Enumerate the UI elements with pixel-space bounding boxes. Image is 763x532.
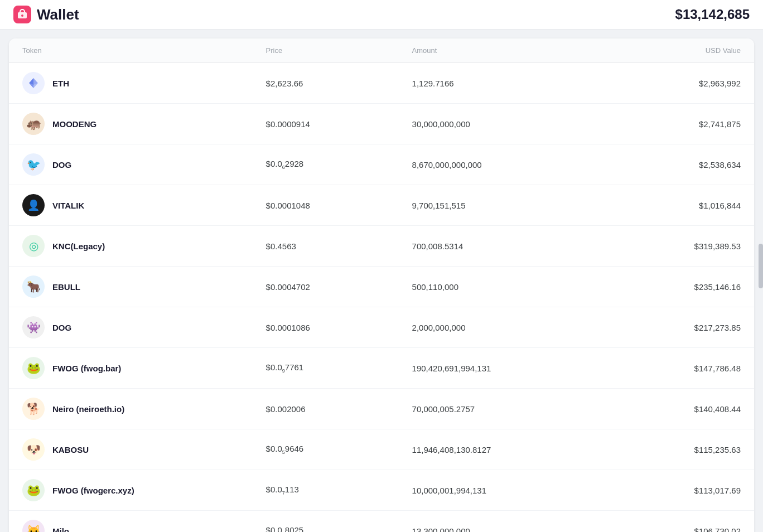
token-usd-neiro: $140,408.44 — [595, 404, 741, 414]
token-cell: 🐸 FWOG (fwogerc.xyz) — [22, 479, 266, 501]
token-price-ebull: $0.0004702 — [266, 282, 412, 292]
token-name-fwog2: FWOG (fwogerc.xyz) — [52, 486, 134, 495]
token-usd-fwog2: $113,017.69 — [595, 486, 741, 495]
token-price-dog-blue: $0.062928 — [266, 159, 412, 170]
token-name-kabosu: KABOSU — [52, 445, 89, 454]
token-amount-neiro: 70,000,005.2757 — [412, 404, 595, 414]
total-portfolio-value: $13,142,685 — [675, 7, 750, 22]
col-header-token: Token — [22, 46, 266, 55]
token-amount-ebull: 500,110,000 — [412, 282, 595, 292]
svg-point-1 — [21, 14, 23, 17]
token-usd-knc: $319,389.53 — [595, 241, 741, 251]
token-usd-kabosu: $115,235.63 — [595, 445, 741, 454]
token-icon-neiro: 🐕 — [22, 398, 45, 420]
token-amount-dog-blue: 8,670,000,000,000 — [412, 160, 595, 170]
token-icon-eth — [22, 72, 45, 94]
token-price-moodeng: $0.0000914 — [266, 119, 412, 129]
table-header: Token Price Amount USD Value — [9, 38, 754, 63]
token-name-dog-blue: DOG — [52, 160, 71, 170]
table-body: ETH $2,623.66 1,129.7166 $2,963,992 🦛 MO… — [9, 63, 754, 532]
table-row[interactable]: 🐸 FWOG (fwog.bar) $0.097761 190,420,691,… — [9, 348, 754, 389]
table-row[interactable]: 👾 DOG $0.0001086 2,000,000,000 $217,273.… — [9, 307, 754, 348]
token-cell: ◎ KNC(Legacy) — [22, 235, 266, 257]
token-price-eth: $2,623.66 — [266, 79, 412, 88]
token-cell: 👤 VITALIK — [22, 194, 266, 216]
token-price-fwog: $0.097761 — [266, 362, 412, 374]
token-usd-moodeng: $2,741,875 — [595, 119, 741, 129]
token-amount-moodeng: 30,000,000,000 — [412, 119, 595, 129]
table-row[interactable]: 🐶 KABOSU $0.059646 11,946,408,130.8127 $… — [9, 429, 754, 470]
scrollbar[interactable] — [759, 244, 763, 288]
token-name-dog-gray: DOG — [52, 323, 71, 332]
token-cell: 🐦 DOG — [22, 153, 266, 176]
page-title: Wallet — [37, 6, 79, 23]
app-logo — [13, 6, 31, 23]
table-row[interactable]: 🐸 FWOG (fwogerc.xyz) $0.07113 10,000,001… — [9, 470, 754, 511]
token-icon-vitalik: 👤 — [22, 194, 45, 216]
token-usd-vitalik: $1,016,844 — [595, 201, 741, 210]
token-icon-kabosu: 🐶 — [22, 438, 45, 461]
token-price-milo: $0.058025 — [266, 525, 412, 532]
app-header: Wallet $13,142,685 — [0, 0, 763, 30]
col-header-price: Price — [266, 46, 412, 55]
token-price-dog-gray: $0.0001086 — [266, 323, 412, 332]
header-left: Wallet — [13, 6, 79, 23]
token-cell: 👾 DOG — [22, 316, 266, 338]
token-name-vitalik: VITALIK — [52, 201, 84, 210]
token-cell: 🐕 Neiro (neiroeth.io) — [22, 398, 266, 420]
token-amount-milo: 13,300,000,000 — [412, 526, 595, 533]
token-usd-dog-gray: $217,273.85 — [595, 323, 741, 332]
token-name-knc: KNC(Legacy) — [52, 241, 105, 251]
table-row[interactable]: ETH $2,623.66 1,129.7166 $2,963,992 — [9, 63, 754, 104]
token-icon-fwog2: 🐸 — [22, 479, 45, 501]
token-name-eth: ETH — [52, 79, 69, 88]
token-icon-milo: 🐱 — [22, 520, 45, 532]
table-row[interactable]: ◎ KNC(Legacy) $0.4563 700,008.5314 $319,… — [9, 226, 754, 267]
col-header-amount: Amount — [412, 46, 595, 55]
token-usd-dog-blue: $2,538,634 — [595, 160, 741, 170]
token-cell: 🐸 FWOG (fwog.bar) — [22, 357, 266, 379]
token-amount-fwog2: 10,000,001,994,131 — [412, 486, 595, 495]
token-cell: 🐱 Milo — [22, 520, 266, 532]
col-header-usd: USD Value — [595, 46, 741, 55]
token-cell: 🐶 KABOSU — [22, 438, 266, 461]
table-row[interactable]: 👤 VITALIK $0.0001048 9,700,151,515 $1,01… — [9, 185, 754, 226]
wallet-table: Token Price Amount USD Value ETH $2,623.… — [9, 38, 754, 532]
token-icon-moodeng: 🦛 — [22, 113, 45, 135]
token-usd-fwog: $147,786.48 — [595, 364, 741, 373]
token-icon-dog-gray: 👾 — [22, 316, 45, 338]
token-usd-ebull: $235,146.16 — [595, 282, 741, 292]
token-icon-fwog: 🐸 — [22, 357, 45, 379]
token-cell: ETH — [22, 72, 266, 94]
token-price-fwog2: $0.07113 — [266, 485, 412, 496]
token-usd-milo: $106,730.02 — [595, 526, 741, 533]
token-amount-kabosu: 11,946,408,130.8127 — [412, 445, 595, 454]
token-usd-eth: $2,963,992 — [595, 79, 741, 88]
token-cell: 🐂 EBULL — [22, 275, 266, 298]
token-amount-fwog: 190,420,691,994,131 — [412, 364, 595, 373]
token-name-neiro: Neiro (neiroeth.io) — [52, 404, 124, 414]
token-amount-eth: 1,129.7166 — [412, 79, 595, 88]
token-icon-ebull: 🐂 — [22, 275, 45, 298]
token-price-knc: $0.4563 — [266, 241, 412, 251]
table-row[interactable]: 🐕 Neiro (neiroeth.io) $0.002006 70,000,0… — [9, 389, 754, 429]
token-icon-dog-blue: 🐦 — [22, 153, 45, 176]
table-row[interactable]: 🐂 EBULL $0.0004702 500,110,000 $235,146.… — [9, 267, 754, 307]
svg-marker-2 — [33, 78, 38, 85]
token-price-kabosu: $0.059646 — [266, 444, 412, 455]
token-name-ebull: EBULL — [52, 282, 80, 292]
table-row[interactable]: 🐱 Milo $0.058025 13,300,000,000 $106,730… — [9, 511, 754, 532]
token-price-vitalik: $0.0001048 — [266, 201, 412, 210]
token-cell: 🦛 MOODENG — [22, 113, 266, 135]
token-amount-vitalik: 9,700,151,515 — [412, 201, 595, 210]
token-name-fwog: FWOG (fwog.bar) — [52, 364, 121, 373]
svg-marker-3 — [29, 78, 33, 85]
token-price-neiro: $0.002006 — [266, 404, 412, 414]
token-name-milo: Milo — [52, 526, 69, 533]
token-icon-knc: ◎ — [22, 235, 45, 257]
token-amount-dog-gray: 2,000,000,000 — [412, 323, 595, 332]
token-name-moodeng: MOODENG — [52, 119, 96, 129]
token-amount-knc: 700,008.5314 — [412, 241, 595, 251]
table-row[interactable]: 🦛 MOODENG $0.0000914 30,000,000,000 $2,7… — [9, 104, 754, 144]
table-row[interactable]: 🐦 DOG $0.062928 8,670,000,000,000 $2,538… — [9, 144, 754, 185]
